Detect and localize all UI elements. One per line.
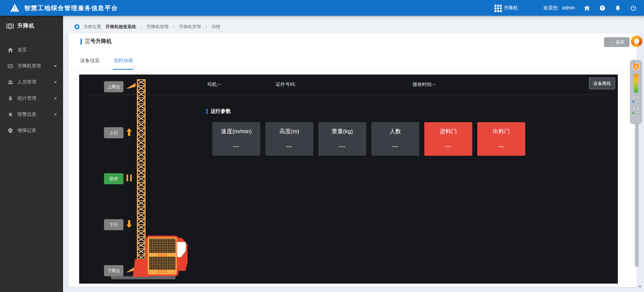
param-card-people: 人数 --- <box>371 122 419 156</box>
lift-cage-graphic <box>146 236 178 276</box>
parked-badge: 驻停 <box>104 173 123 184</box>
bell-icon[interactable] <box>614 5 621 11</box>
device-offline-button[interactable]: 设备离线 <box>589 78 615 89</box>
param-value: --- <box>286 143 292 149</box>
param-label: 重量(kg) <box>332 128 353 135</box>
home-icon <box>7 47 13 53</box>
tab-live-animation[interactable]: 实时动画 <box>113 57 134 71</box>
param-label: 出料门 <box>493 128 510 135</box>
download-speed: 0.1 K/s <box>632 96 640 104</box>
driver-label: 司机: <box>207 82 218 87</box>
sidebar-item-home[interactable]: 首页 <box>0 42 63 58</box>
power-icon[interactable] <box>630 5 637 11</box>
cage-mesh-upper <box>149 239 175 253</box>
apps-grid-icon[interactable] <box>494 5 501 11</box>
browser-plugin-spinner-icon[interactable] <box>631 36 642 47</box>
sidebar-menu: 首页 升降机管理 人员管理 统计管理 报警信息 <box>0 42 63 139</box>
portal-switch[interactable]: 升降机 <box>494 5 518 11</box>
upload-speed-unit: K/s <box>635 111 640 114</box>
chevron-down-icon <box>54 98 57 99</box>
cert-label: 证件号码: <box>276 82 296 87</box>
back-button[interactable]: ← 返回 <box>604 37 630 47</box>
param-label: 进料门 <box>440 128 457 135</box>
sidebar-header: 升降机 <box>0 16 63 37</box>
main-area: 当前位置: 升降机检查系统 / 升降机管理 / 升降机管理 / 详情 三号升降机… <box>63 16 644 292</box>
upload-speed: 1.2 K/s <box>632 107 640 114</box>
username[interactable]: admin <box>562 5 575 10</box>
maintenance-icon <box>7 128 13 134</box>
sidebar-item-label: 维保记录 <box>17 128 36 134</box>
ascend-badge: 上行 <box>104 127 123 138</box>
breadcrumb-separator: / <box>173 25 174 30</box>
app-title: 智慧工地综合管理服务信息平台 <box>24 4 118 12</box>
welcome-label: 欢迎您: <box>543 5 559 10</box>
sidebar: 升降机 首页 升降机管理 人员管理 统计管理 <box>0 16 63 292</box>
content-card: 三号升降机 ← 返回 设备信息 实时动画 上限位 上行 驻停 下行 下限位 <box>69 34 637 287</box>
receive-time-info: 接收时间:-- <box>413 82 436 88</box>
alarm-icon <box>7 111 13 117</box>
sidebar-item-personnel[interactable]: 人员管理 <box>0 74 63 90</box>
home-icon[interactable] <box>584 5 590 11</box>
receive-time-label: 接收时间: <box>413 82 433 87</box>
sidebar-item-label: 统计管理 <box>17 95 36 101</box>
sidebar-item-statistics[interactable]: 统计管理 <box>0 90 63 106</box>
shield-badge-count: 1 <box>635 64 637 69</box>
flag-icon <box>126 83 136 89</box>
panel-divider <box>87 95 610 95</box>
cage-latch <box>158 254 167 256</box>
param-value: --- <box>445 143 451 149</box>
scrollbar-thumb[interactable] <box>635 123 639 267</box>
logo-icon <box>9 3 20 13</box>
sidebar-title: 升降机 <box>17 22 35 30</box>
sidebar-item-alarms[interactable]: 报警信息 <box>0 106 63 123</box>
cab-window <box>177 242 186 257</box>
section-title: 运行参数 <box>211 108 231 114</box>
tab-device-info[interactable]: 设备信息 <box>79 57 100 71</box>
pause-icon <box>126 175 132 181</box>
chevron-down-icon <box>54 114 57 115</box>
sidebar-item-maintenance[interactable]: 维保记录 <box>0 123 63 139</box>
help-icon[interactable]: ? <box>599 5 606 11</box>
breadcrumb-prefix: 当前位置: <box>84 24 102 30</box>
cage-latch <box>158 270 167 273</box>
title-accent-bar <box>80 39 82 45</box>
param-card-outlet-door: 出料门 --- <box>477 122 525 156</box>
upload-speed-value: 1.2 <box>632 107 640 111</box>
elevator-icon <box>6 22 14 30</box>
param-value: --- <box>339 143 345 149</box>
scrollbar-down-arrow[interactable] <box>638 286 642 288</box>
sidebar-item-label: 升降机管理 <box>17 63 41 69</box>
speed-gauge-bar <box>634 74 638 93</box>
upload-arrow-icon <box>632 112 635 114</box>
param-value: --- <box>498 143 504 149</box>
portal-label[interactable]: 升降机 <box>504 5 518 11</box>
network-speed-widget[interactable]: 1 0.1 K/s 1.2 K/s <box>630 60 642 124</box>
param-card-height: 高度(m) --- <box>265 122 313 156</box>
live-animation-panel: 上限位 上行 驻停 下行 下限位 <box>79 75 618 284</box>
breadcrumb-separator: / <box>141 25 142 30</box>
shield-badge-icon[interactable]: 1 <box>632 62 640 71</box>
breadcrumb-item[interactable]: 升降机管理 <box>179 24 201 30</box>
svg-text:?: ? <box>601 6 604 10</box>
breadcrumb-item[interactable]: 升降机管理 <box>147 24 168 30</box>
lower-limit-badge: 下限位 <box>104 265 123 276</box>
tabs: 设备信息 实时动画 <box>69 50 637 71</box>
breadcrumb-item[interactable]: 详情 <box>212 24 220 30</box>
users-icon <box>7 79 13 85</box>
breadcrumb-root: 升降机检查系统 <box>106 24 136 30</box>
param-card-inlet-door: 进料门 --- <box>424 122 472 156</box>
download-speed-unit: K/s <box>635 101 640 104</box>
driver-value: -- <box>218 82 221 87</box>
page-title-row: 三号升降机 ← 返回 <box>69 34 637 50</box>
sidebar-item-lift-management[interactable]: 升降机管理 <box>0 58 63 74</box>
app-header: 智慧工地综合管理服务信息平台 升降机 欢迎您: admin ? <box>0 0 644 16</box>
arrow-down-icon <box>126 220 132 228</box>
download-arrow-icon <box>632 101 635 103</box>
section-accent-bar <box>206 109 208 114</box>
sidebar-item-label: 人员管理 <box>17 79 36 85</box>
back-arrow-icon: ← <box>609 40 614 45</box>
param-value: --- <box>233 143 239 149</box>
param-label: 高度(m) <box>279 128 299 135</box>
download-speed-value: 0.1 <box>632 96 640 101</box>
param-card-speed: 速度(m/min) --- <box>212 122 260 156</box>
